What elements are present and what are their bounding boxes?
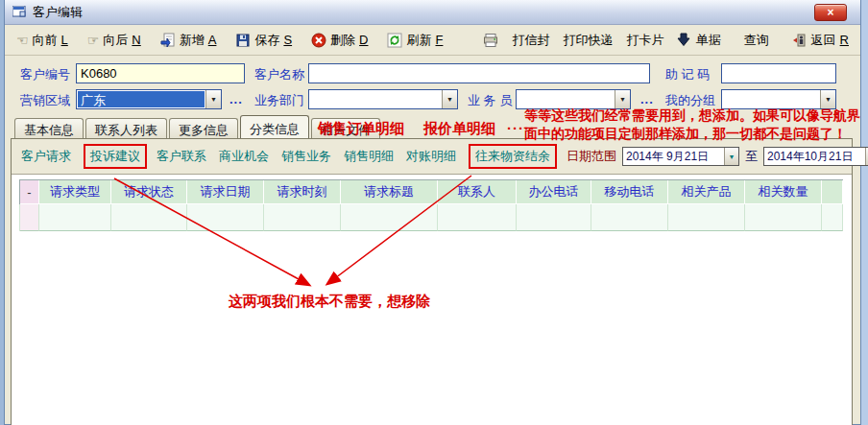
window-icon bbox=[12, 6, 27, 18]
save-icon bbox=[235, 33, 251, 48]
print-group: 打信封 打印快递 打卡片 bbox=[483, 32, 663, 49]
subtab-customer-request[interactable]: 客户请求 bbox=[21, 146, 71, 167]
documents-button[interactable]: 单据 bbox=[677, 32, 721, 49]
col-related-product[interactable]: 相关产品 bbox=[668, 180, 745, 204]
region-label: 营销区域 bbox=[20, 92, 70, 109]
customer-name-label: 客户名称 bbox=[254, 66, 304, 83]
region-ellipsis-button[interactable]: ... bbox=[229, 92, 243, 106]
close-button[interactable]: × bbox=[814, 4, 847, 21]
col-office-phone[interactable]: 办公电话 bbox=[517, 180, 591, 204]
date-range-label: 日期范围 bbox=[567, 148, 616, 165]
salesman-ellipsis-button[interactable]: ... bbox=[640, 92, 654, 106]
region-combo[interactable]: 广东 ▼ bbox=[76, 89, 222, 109]
delete-button[interactable]: 删除D bbox=[311, 32, 368, 49]
refresh-icon bbox=[387, 33, 402, 48]
tab-contact-list[interactable]: 联系人列表 bbox=[85, 118, 167, 138]
subtab-sales-business[interactable]: 销售业务 bbox=[281, 146, 331, 167]
hand-right-icon: ☞ bbox=[87, 33, 100, 48]
customer-no-input[interactable] bbox=[76, 63, 245, 83]
annotation-add-request: 等等这些我们经常需要用到，想添加。如果可以像导航界 面中的功能项目定制那样添加，… bbox=[524, 106, 860, 143]
department-label: 业务部门 bbox=[254, 92, 304, 109]
customer-no-label: 客户编号 bbox=[20, 66, 70, 83]
annotation-missing-tabs: 销售订单明细报价单明细····· bbox=[318, 120, 536, 138]
tab-basic-info[interactable]: 基本信息 bbox=[14, 118, 84, 138]
delete-icon bbox=[311, 33, 326, 48]
print-express-button[interactable]: 打印快递 bbox=[563, 32, 613, 49]
return-icon bbox=[792, 33, 808, 48]
new-icon bbox=[160, 33, 176, 48]
col-request-title[interactable]: 请求标题 bbox=[341, 180, 438, 204]
table-header-filler bbox=[822, 180, 843, 204]
department-value bbox=[309, 90, 442, 108]
col-request-time[interactable]: 请求时刻 bbox=[264, 180, 341, 204]
date-from-value: 2014年 9月21日 bbox=[623, 148, 724, 165]
col-request-date[interactable]: 请求日期 bbox=[187, 180, 264, 204]
return-button[interactable]: 返回R bbox=[792, 32, 849, 49]
print-card-button[interactable]: 打卡片 bbox=[626, 32, 663, 49]
new-button[interactable]: 新增A bbox=[160, 32, 217, 49]
col-request-type[interactable]: 请求类型 bbox=[39, 180, 111, 204]
date-from-combo[interactable]: 2014年 9月21日 ▼ bbox=[622, 147, 739, 166]
subtab-material-balance[interactable]: 往来物资结余 bbox=[469, 144, 557, 169]
subtab-complaint-suggestion[interactable]: 投诉建议 bbox=[84, 144, 147, 169]
col-mobile-phone[interactable]: 移动电话 bbox=[591, 180, 668, 204]
date-from-dropdown-arrow-icon[interactable]: ▼ bbox=[724, 148, 738, 165]
table-header-row: - 请求类型 请求状态 请求日期 请求时刻 请求标题 联系人 办公电话 移动电话… bbox=[19, 179, 843, 204]
customer-edit-window: 客户编辑 × ☜ 向前L ☞ 向后N 新增A bbox=[4, 0, 861, 425]
annotation-remove-request: 这两项我们根本不需要，想移除 bbox=[229, 293, 430, 311]
col-related-quantity[interactable]: 相关数量 bbox=[745, 180, 822, 204]
category-panel: 客户请求 投诉建议 客户联系 商业机会 销售业务 销售明细 对账明细 往来物资结… bbox=[11, 138, 853, 425]
subtab-bar: 客户请求 投诉建议 客户联系 商业机会 销售业务 销售明细 对账明细 往来物资结… bbox=[12, 139, 852, 175]
mnemonic-input[interactable] bbox=[721, 63, 836, 83]
save-button[interactable]: 保存S bbox=[235, 32, 292, 49]
back-nav-button[interactable]: ☜ 向前L bbox=[16, 32, 68, 49]
printer-icon bbox=[483, 33, 498, 48]
toolbar: ☜ 向前L ☞ 向后N 新增A 保存S bbox=[5, 25, 860, 56]
date-to-value: 2014年10月21日 bbox=[764, 148, 865, 165]
annotation-quote-detail: 报价单明细 bbox=[423, 120, 495, 136]
subtab-sales-detail[interactable]: 销售明细 bbox=[344, 146, 394, 167]
down-arrow-icon bbox=[677, 33, 692, 48]
department-combo[interactable]: ▼ bbox=[308, 89, 458, 109]
table-corner-cell: - bbox=[20, 180, 39, 204]
salesman-label: 业 务 员 bbox=[468, 92, 512, 109]
tab-category-info[interactable]: 分类信息 bbox=[240, 115, 309, 138]
region-dropdown-arrow-icon[interactable]: ▼ bbox=[205, 90, 221, 108]
date-range-separator: 至 bbox=[745, 148, 758, 165]
col-request-status[interactable]: 请求状态 bbox=[111, 180, 187, 204]
hand-left-icon: ☜ bbox=[16, 33, 29, 48]
annotation-sales-order-detail: 销售订单明细 bbox=[318, 120, 404, 136]
table-empty-row[interactable] bbox=[19, 204, 843, 231]
window-title: 客户编辑 bbox=[33, 4, 83, 21]
close-icon: × bbox=[827, 6, 833, 19]
department-dropdown-arrow-icon[interactable]: ▼ bbox=[442, 90, 457, 108]
titlebar: 客户编辑 × bbox=[5, 0, 860, 25]
forward-nav-button[interactable]: ☞ 向后N bbox=[87, 32, 141, 49]
customer-name-input[interactable] bbox=[308, 63, 650, 83]
date-to-combo[interactable]: 2014年10月21日 ▼ bbox=[763, 147, 868, 166]
print-envelope-button[interactable]: 打信封 bbox=[512, 32, 549, 49]
request-table: - 请求类型 请求状态 请求日期 请求时刻 请求标题 联系人 办公电话 移动电话… bbox=[19, 179, 843, 231]
subtab-customer-contact[interactable]: 客户联系 bbox=[157, 146, 206, 167]
tab-more-info[interactable]: 更多信息 bbox=[169, 118, 238, 138]
date-range: 日期范围 2014年 9月21日 ▼ 至 2014年10月21日 ▼ bbox=[567, 147, 868, 166]
col-contact[interactable]: 联系人 bbox=[438, 180, 517, 204]
subtab-business-opportunity[interactable]: 商业机会 bbox=[219, 146, 269, 167]
region-value: 广东 bbox=[78, 91, 205, 107]
subtab-reconciliation-detail[interactable]: 对账明细 bbox=[406, 146, 456, 167]
screen: 客户编辑 × ☜ 向前L ☞ 向后N 新增A bbox=[0, 0, 868, 425]
refresh-button[interactable]: 刷新F bbox=[387, 32, 443, 49]
query-button[interactable]: 查询 bbox=[744, 32, 769, 49]
mnemonic-label: 助 记 码 bbox=[665, 66, 710, 83]
